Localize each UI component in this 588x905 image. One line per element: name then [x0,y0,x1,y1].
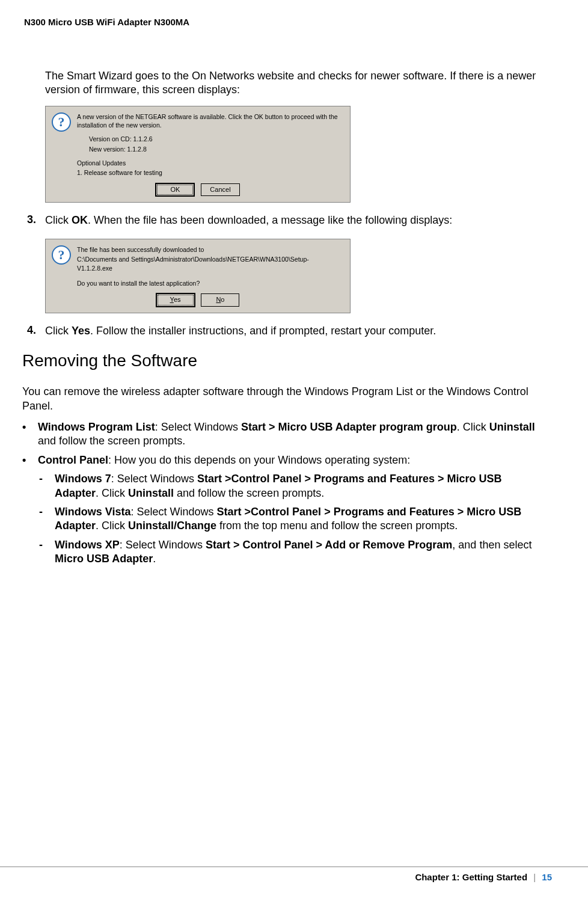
bullet-control-panel: • Control Panel: How you do this depends… [22,453,543,467]
cancel-button[interactable]: Cancel [201,183,239,196]
sub2-text: Windows Vista: Select Windows Start >Con… [55,505,543,533]
dash: - [39,538,55,566]
sub-windows-xp: - Windows XP: Select Windows Start > Con… [39,538,543,566]
footer-page-number: 15 [542,872,552,882]
sub3-text: Windows XP: Select Windows Start > Contr… [55,538,543,566]
version-cd: Version on CD: 1.1.2.6 [89,135,343,144]
sub-windows-vista: - Windows Vista: Select Windows Start >C… [39,505,543,533]
step-num-3: 3. [27,213,45,227]
question-icon: ? [52,245,71,265]
bullet-dot: • [22,453,38,467]
bullet-dot: • [22,420,38,449]
dash: - [39,505,55,533]
removing-intro: You can remove the wireless adapter soft… [22,385,543,413]
step-3-text: Click OK. When the file has been downloa… [45,213,452,227]
sub-windows7: - Windows 7: Select Windows Start >Contr… [39,472,543,500]
footer-chapter: Chapter 1: Getting Started [415,872,527,882]
dialog-message: A new version of the NETGEAR software is… [77,112,343,130]
page-footer: Chapter 1: Getting Started | 15 [0,867,588,882]
yes-button[interactable]: Yes [156,293,195,306]
dialog-text-body: A new version of the NETGEAR software is… [77,112,343,197]
doc-title: N300 Micro USB WiFi Adapter N300MA [24,17,189,27]
dash: - [39,472,55,500]
step-4: 4. Click Yes. Follow the installer instr… [27,324,543,338]
bullet1-text: Windows Program List: Select Windows Sta… [38,420,543,449]
page-header: N300 Micro USB WiFi Adapter N300MA [0,0,588,33]
download-path: C:\Documents and Settings\Administrator\… [77,255,343,272]
dialog2-buttons: Yes No [77,293,343,306]
intro-paragraph: The Smart Wizard goes to the On Networks… [45,69,543,97]
bullet2-text: Control Panel: How you do this depends o… [38,453,410,467]
footer-separator: | [533,872,536,882]
download-line1: The file has been successfully downloade… [77,245,343,254]
question-icon: ? [52,112,71,132]
no-button[interactable]: No [201,293,239,306]
install-question: Do you want to install the latest applic… [77,279,343,288]
bullet-program-list: • Windows Program List: Select Windows S… [22,420,543,449]
download-dialog: ? The file has been successfully downloa… [45,239,351,313]
step-num-4: 4. [27,324,45,338]
section-heading-removing: Removing the Software [22,351,543,370]
version-new: New version: 1.1.2.8 [89,145,343,154]
sub1-text: Windows 7: Select Windows Start >Control… [55,472,543,500]
update-dialog: ? A new version of the NETGEAR software … [45,106,351,203]
optional-item-1: 1. Release software for testing [77,168,343,177]
step-4-text: Click Yes. Follow the installer instruct… [45,324,436,338]
step-3: 3. Click OK. When the file has been down… [27,213,543,227]
ok-button[interactable]: OK [156,183,194,196]
content-area: The Smart Wizard goes to the On Networks… [0,33,588,566]
dialog2-text-body: The file has been successfully downloade… [77,245,343,307]
optional-updates-label: Optional Updates [77,159,343,168]
dialog1-buttons: OK Cancel [77,183,343,196]
